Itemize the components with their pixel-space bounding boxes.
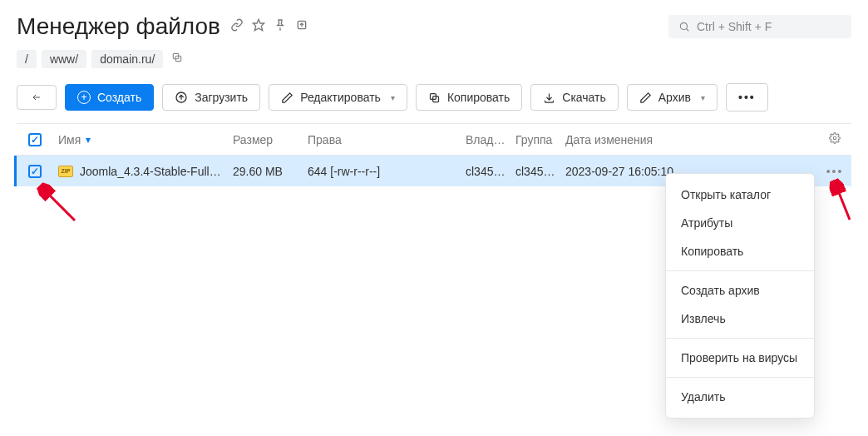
context-menu: Открыть каталог Атрибуты Копировать Созд… — [665, 173, 815, 419]
create-button[interactable]: + Создать — [65, 84, 154, 111]
col-group[interactable]: Группа — [515, 133, 565, 146]
crumb-www[interactable]: www/ — [42, 50, 86, 68]
link-icon[interactable] — [230, 18, 244, 35]
upload-icon — [175, 91, 188, 104]
arrow-left-icon — [29, 92, 44, 102]
svg-marker-0 — [253, 19, 264, 30]
edit-button[interactable]: Редактировать ▾ — [269, 84, 407, 111]
zip-icon: ZIP — [58, 166, 73, 177]
menu-extract[interactable]: Извлечь — [666, 305, 814, 333]
row-checkbox[interactable] — [28, 165, 42, 178]
download-button[interactable]: Скачать — [530, 84, 619, 111]
svg-line-14 — [835, 182, 850, 220]
row-actions-button[interactable]: ••• — [818, 165, 851, 178]
table-settings-icon[interactable] — [818, 132, 851, 146]
menu-separator — [666, 377, 814, 378]
select-all-checkbox[interactable] — [28, 133, 42, 146]
menu-attrs[interactable]: Атрибуты — [666, 209, 814, 237]
svg-line-13 — [42, 187, 75, 220]
menu-make-archive[interactable]: Создать архив — [666, 276, 814, 305]
col-size[interactable]: Размер — [233, 133, 308, 146]
back-button[interactable] — [17, 85, 57, 110]
file-owner: cl345… — [466, 165, 515, 178]
more-icon: ••• — [738, 91, 756, 104]
copy-path-icon[interactable] — [171, 52, 183, 67]
sort-icon: ▾ — [86, 134, 91, 146]
col-name[interactable]: Имя▾ — [58, 133, 233, 146]
svg-line-3 — [686, 28, 688, 31]
file-size: 29.60 MB — [233, 165, 308, 178]
chevron-down-icon: ▾ — [391, 93, 395, 102]
page-title: Менеджер файлов — [17, 13, 220, 40]
copy-icon — [428, 92, 441, 104]
upload-button[interactable]: Загрузить — [162, 84, 260, 111]
crumb-domain[interactable]: domain.ru/ — [91, 50, 163, 68]
file-name: Joomla_4.3.4-Stable-Full… — [80, 165, 221, 178]
more-button[interactable]: ••• — [726, 83, 768, 111]
col-mtime[interactable]: Дата изменения — [565, 133, 732, 146]
breadcrumb: / www/ domain.ru/ — [0, 47, 868, 78]
crumb-root[interactable]: / — [17, 50, 37, 68]
table-header: Имя▾ Размер Права Влад… Группа Дата изме… — [17, 124, 851, 156]
menu-copy[interactable]: Копировать — [666, 237, 814, 265]
plus-icon: + — [77, 91, 91, 104]
file-group: cl345… — [515, 165, 565, 178]
menu-delete[interactable]: Удалить — [666, 383, 814, 411]
pencil-icon — [639, 92, 652, 104]
menu-open[interactable]: Открыть каталог — [666, 181, 814, 209]
copy-button[interactable]: Копировать — [416, 84, 522, 111]
menu-separator — [666, 338, 814, 339]
annotation-arrow — [37, 183, 87, 236]
external-icon[interactable] — [295, 18, 308, 35]
download-icon — [543, 92, 555, 104]
star-icon[interactable] — [252, 18, 265, 35]
search-icon — [678, 21, 690, 32]
svg-point-2 — [680, 22, 687, 29]
menu-separator — [666, 270, 814, 271]
menu-scan[interactable]: Проверить на вирусы — [666, 344, 814, 372]
svg-point-12 — [833, 136, 836, 140]
archive-button[interactable]: Архив ▾ — [627, 84, 718, 111]
pencil-icon — [281, 92, 293, 104]
chevron-down-icon: ▾ — [701, 93, 705, 102]
file-perm: 644 [-rw-r--r--] — [308, 165, 466, 178]
search-input[interactable]: Ctrl + Shift + F — [668, 15, 851, 38]
search-placeholder: Ctrl + Shift + F — [697, 20, 772, 33]
col-owner[interactable]: Влад… — [466, 133, 515, 146]
pin-icon[interactable] — [274, 18, 287, 35]
col-perm[interactable]: Права — [308, 133, 466, 146]
